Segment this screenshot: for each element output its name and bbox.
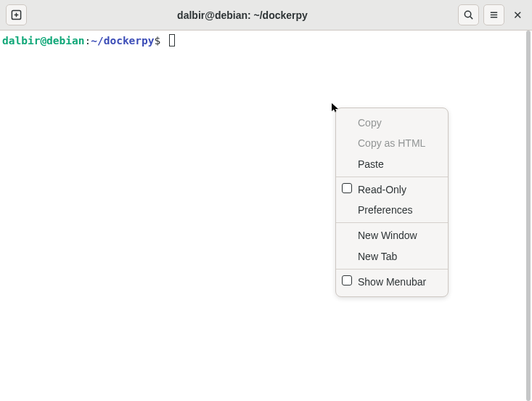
svg-point-3 (465, 11, 470, 17)
scrollbar[interactable] (526, 31, 531, 401)
shell-prompt: dalbir@debian:~/dockerpy$ (2, 35, 167, 46)
menu-new-tab[interactable]: New Tab (336, 246, 448, 267)
prompt-colon: : (85, 35, 91, 46)
scrollbar-thumb[interactable] (526, 31, 531, 401)
prompt-user: dalbir@debian (2, 35, 85, 46)
menu-paste[interactable]: Paste (336, 154, 448, 174)
search-icon (463, 9, 474, 20)
close-icon: ✕ (513, 9, 523, 22)
svg-line-4 (470, 17, 472, 19)
menu-separator (336, 177, 448, 177)
text-cursor (169, 34, 175, 46)
close-button[interactable]: ✕ (509, 7, 526, 24)
menu-show-menubar[interactable]: Show Menubar (336, 272, 448, 292)
titlebar: dalbir@debian: ~/dockerpy ✕ (0, 0, 532, 31)
menu-separator (336, 222, 448, 223)
hamburger-menu-button[interactable] (483, 4, 504, 25)
menu-new-window[interactable]: New Window (336, 225, 448, 246)
prompt-dollar: $ (155, 35, 161, 46)
window-title: dalbir@debian: ~/dockerpy (31, 9, 454, 21)
checkbox-icon (342, 275, 352, 285)
menu-copy: Copy (336, 113, 448, 133)
plus-box-icon (11, 9, 22, 20)
prompt-path: ~/dockerpy (91, 35, 154, 46)
menu-read-only[interactable]: Read-Only (336, 179, 448, 200)
hamburger-icon (488, 9, 499, 20)
menu-separator (336, 269, 448, 270)
search-button[interactable] (458, 4, 479, 25)
menu-show-menubar-label: Show Menubar (358, 276, 426, 288)
menu-copy-html: Copy as HTML (336, 133, 448, 153)
checkbox-icon (342, 183, 352, 193)
menu-preferences[interactable]: Preferences (336, 200, 448, 220)
new-tab-button[interactable] (6, 4, 27, 25)
menu-read-only-label: Read-Only (358, 184, 406, 195)
terminal-area[interactable]: dalbir@debian:~/dockerpy$ (0, 31, 532, 401)
context-menu: Copy Copy as HTML Paste Read-Only Prefer… (335, 108, 449, 297)
